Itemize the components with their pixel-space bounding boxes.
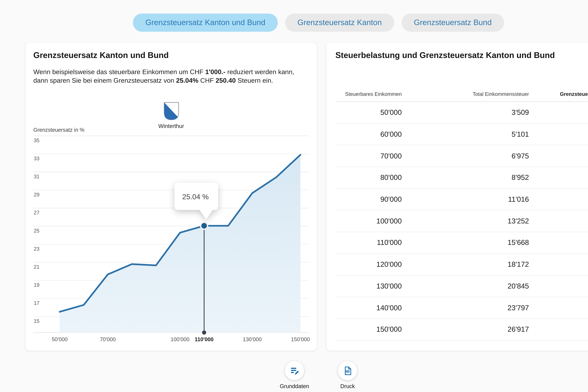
cell-grenzsteuersatz: 28.66 <box>529 282 588 290</box>
table-row: 150'00026'91732.90 <box>336 319 588 340</box>
tax-table-body: 50'0003'50915.5260'0005'10116.2870'0006'… <box>336 102 588 340</box>
tax-calculator-page: Grenzsteuersatz Kanton und Bund Grenzste… <box>0 0 588 392</box>
svg-text:PDF: PDF <box>346 370 349 372</box>
cell-steuerbares-einkommen: 120'000 <box>336 260 402 269</box>
table-card-title: Steuerbelastung und Grenzsteuersatz Kant… <box>336 50 555 60</box>
table-row: 90'00011'01620.66 <box>336 189 588 210</box>
druck-button-circle[interactable]: PDF <box>338 361 357 380</box>
selection-axis-dot <box>202 330 206 334</box>
y-tick-label: 33 <box>34 156 40 161</box>
tax-chart[interactable]: 3533312927252321191715Grenzsteuersatz in… <box>33 126 313 348</box>
table-row: 120'00018'17225.04 <box>336 254 588 276</box>
y-tick-label: 21 <box>34 264 40 270</box>
grunddaten-button-label: Grunddaten <box>280 383 309 389</box>
cell-total-einkommenssteuer: 11'016 <box>402 195 529 204</box>
cell-grenzsteuersatz: 20.80 <box>529 174 588 182</box>
y-tick-label: 29 <box>34 192 40 198</box>
cell-steuerbares-einkommen: 100'000 <box>336 217 402 225</box>
cell-steuerbares-einkommen: 50'000 <box>336 108 402 117</box>
action-bar: Grunddaten PDF Druck <box>0 361 588 389</box>
y-tick-label: 15 <box>34 318 40 324</box>
druck-button-label: Druck <box>338 383 357 389</box>
location-block: Winterthur <box>26 102 317 129</box>
y-tick-label: 25 <box>34 228 40 234</box>
cell-grenzsteuersatz: 32.90 <box>529 325 588 334</box>
table-row: 70'0006'97519.66 <box>336 146 588 167</box>
cell-steuerbares-einkommen: 130'000 <box>336 282 402 290</box>
y-tick-label: 23 <box>34 246 40 252</box>
area-fill <box>60 155 300 332</box>
x-tick-label: 70'000 <box>100 336 116 342</box>
cell-total-einkommenssteuer: 18'172 <box>402 260 529 269</box>
cell-grenzsteuersatz: 25.04 <box>529 260 588 269</box>
table-row: 80'0008'95220.80 <box>336 167 588 189</box>
grunddaten-button[interactable]: Grunddaten <box>280 361 309 389</box>
cell-total-einkommenssteuer: 20'845 <box>402 282 529 290</box>
tax-table: Steuerbares Einkommen Total Einkommensst… <box>336 92 588 340</box>
y-tick-label: 31 <box>34 174 40 179</box>
cell-steuerbares-einkommen: 70'000 <box>336 152 402 160</box>
x-tick-label: 130'000 <box>243 336 262 342</box>
cell-grenzsteuersatz: 25.04 <box>529 238 588 247</box>
x-tick-label: 50'000 <box>52 336 68 342</box>
cell-total-einkommenssteuer: 26'917 <box>402 325 529 334</box>
tooltip-value: 25.04 % <box>182 193 209 201</box>
intro-text: Wenn beispielsweise das steuerbare Einko… <box>33 68 299 85</box>
druck-button[interactable]: PDF Druck <box>338 361 357 389</box>
y-axis-title: Grenzsteuersatz in % <box>33 127 84 133</box>
cell-grenzsteuersatz: 16.28 <box>529 130 588 139</box>
table-card: Steuerbelastung und Grenzsteuersatz Kant… <box>326 42 588 350</box>
x-tick-label: 110'000 <box>195 336 214 342</box>
cell-total-einkommenssteuer: 8'952 <box>402 174 529 182</box>
cell-steuerbares-einkommen: 60'000 <box>336 130 402 139</box>
cell-total-einkommenssteuer: 6'975 <box>402 152 529 160</box>
y-tick-label: 35 <box>34 138 40 143</box>
cell-steuerbares-einkommen: 150'000 <box>336 325 402 334</box>
tax-table-header: Steuerbares Einkommen Total Einkommensst… <box>336 92 588 102</box>
x-tick-label: 100'000 <box>171 336 190 342</box>
table-row: 100'00013'25224.28 <box>336 210 588 232</box>
edit-list-icon <box>290 366 300 376</box>
x-tick-label: 150'000 <box>291 336 310 342</box>
header-steuerbares-einkommen: Steuerbares Einkommen <box>336 92 402 97</box>
grunddaten-button-circle[interactable] <box>285 361 304 380</box>
cell-total-einkommenssteuer: 5'101 <box>402 130 529 139</box>
tab-grenzsteuersatz-bund[interactable]: Grenzsteuersatz Bund <box>402 14 504 32</box>
canton-shield-icon <box>164 102 179 120</box>
selected-point-marker <box>201 223 207 229</box>
cell-grenzsteuersatz: 19.66 <box>529 152 588 160</box>
header-total-einkommenssteuer: Total Einkommenssteuer <box>402 92 529 97</box>
cell-grenzsteuersatz: 15.52 <box>529 108 588 117</box>
cell-grenzsteuersatz: 20.66 <box>529 195 588 204</box>
y-tick-label: 19 <box>34 282 40 288</box>
cell-steuerbares-einkommen: 90'000 <box>336 195 402 204</box>
cell-grenzsteuersatz: 24.28 <box>529 217 588 225</box>
header-grenzsteuersatz: Grenzsteuersatz in % <box>529 92 588 97</box>
cell-steuerbares-einkommen: 110'000 <box>336 238 402 247</box>
tooltip-bubble <box>174 183 218 219</box>
cell-total-einkommenssteuer: 3'509 <box>402 108 529 117</box>
pdf-file-icon: PDF <box>343 366 352 376</box>
y-tick-label: 27 <box>34 210 40 216</box>
cell-total-einkommenssteuer: 13'252 <box>402 217 529 225</box>
table-row: 130'00020'84528.66 <box>336 276 588 297</box>
chart-card: Grenzsteuersatz Kanton und Bund Wenn bei… <box>26 42 317 350</box>
table-row: 50'0003'50915.52 <box>336 102 588 124</box>
table-row: 110'00015'66825.04 <box>336 232 588 254</box>
cell-total-einkommenssteuer: 15'668 <box>402 238 529 247</box>
content-cards: Grenzsteuersatz Kanton und Bund Wenn bei… <box>26 42 588 350</box>
tab-grenzsteuersatz-kanton-und-bund[interactable]: Grenzsteuersatz Kanton und Bund <box>133 14 278 32</box>
table-row: 60'0005'10116.28 <box>336 124 588 145</box>
tab-grenzsteuersatz-kanton[interactable]: Grenzsteuersatz Kanton <box>285 14 394 32</box>
cell-total-einkommenssteuer: 23'797 <box>402 304 529 312</box>
cell-steuerbares-einkommen: 80'000 <box>336 174 402 182</box>
cell-grenzsteuersatz: 30.42 <box>529 304 588 312</box>
table-row: 140'00023'79730.42 <box>336 297 588 319</box>
y-tick-label: 17 <box>34 300 40 306</box>
cell-steuerbares-einkommen: 140'000 <box>336 304 402 312</box>
tab-bar: Grenzsteuersatz Kanton und Bund Grenzste… <box>0 14 588 32</box>
chart-card-title: Grenzsteuersatz Kanton und Bund <box>33 50 169 60</box>
